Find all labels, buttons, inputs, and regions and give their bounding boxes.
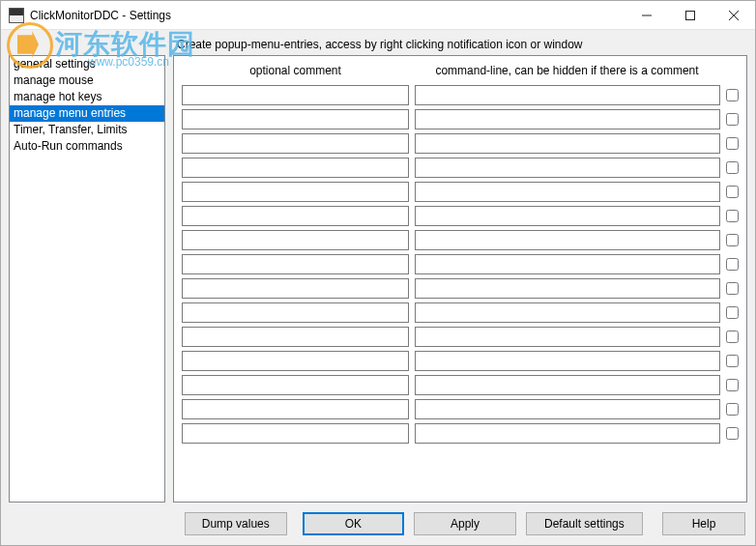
command-input[interactable] (415, 254, 720, 274)
command-input[interactable] (415, 423, 720, 444)
entry-row (182, 399, 739, 419)
comment-input[interactable] (182, 302, 409, 323)
sidebar-item-manage-menu-entries[interactable]: manage menu entries (10, 105, 164, 122)
default-settings-button[interactable]: Default settings (526, 512, 643, 535)
entry-checkbox[interactable] (726, 258, 739, 271)
entry-row (182, 278, 739, 299)
entry-row (182, 182, 739, 202)
command-input[interactable] (415, 85, 720, 105)
command-input[interactable] (415, 399, 720, 419)
help-button[interactable]: Help (662, 512, 745, 535)
comment-input[interactable] (182, 158, 409, 178)
header-command: command-line, can be hidden if there is … (415, 64, 719, 77)
entry-checkbox[interactable] (726, 282, 739, 295)
entry-checkbox[interactable] (726, 427, 739, 440)
close-button[interactable] (712, 1, 755, 29)
sidebar: general settingsmanage mousemanage hot k… (9, 55, 165, 503)
command-input[interactable] (415, 230, 720, 250)
entry-checkbox[interactable] (726, 186, 739, 198)
entry-checkbox[interactable] (726, 161, 739, 174)
command-input[interactable] (415, 182, 720, 202)
sidebar-item-general-settings[interactable]: general settings (10, 56, 164, 72)
entry-checkbox[interactable] (726, 234, 739, 246)
maximize-button[interactable] (668, 1, 712, 29)
comment-input[interactable] (182, 278, 409, 299)
entry-checkbox[interactable] (726, 89, 739, 101)
ok-button[interactable]: OK (303, 512, 405, 535)
button-bar: Dump values OK Apply Default settings He… (9, 503, 747, 537)
entry-row (182, 158, 739, 178)
entry-row (182, 133, 739, 154)
entries-list (182, 85, 739, 444)
comment-input[interactable] (182, 254, 409, 274)
command-input[interactable] (415, 206, 720, 226)
main-row: general settingsmanage mousemanage hot k… (9, 34, 747, 503)
window-title: ClickMonitorDDC - Settings (30, 9, 171, 22)
comment-input[interactable] (182, 85, 409, 105)
sidebar-item-manage-mouse[interactable]: manage mouse (10, 72, 164, 89)
command-input[interactable] (415, 351, 720, 371)
settings-window: ClickMonitorDDC - Settings general setti… (0, 0, 756, 546)
comment-input[interactable] (182, 423, 409, 444)
comment-input[interactable] (182, 230, 409, 250)
entry-checkbox[interactable] (726, 379, 739, 391)
entry-checkbox[interactable] (726, 210, 739, 222)
svg-rect-0 (685, 11, 694, 19)
entry-checkbox[interactable] (726, 113, 739, 126)
command-input[interactable] (415, 109, 720, 129)
command-input[interactable] (415, 375, 720, 395)
command-input[interactable] (415, 158, 720, 178)
entry-row (182, 254, 739, 274)
sidebar-item-timer-transfer-limits[interactable]: Timer, Transfer, Limits (10, 122, 164, 138)
entry-row (182, 230, 739, 250)
entry-checkbox[interactable] (726, 330, 739, 343)
command-input[interactable] (415, 327, 720, 347)
entries-panel: optional comment command-line, can be hi… (173, 55, 747, 503)
header-comment: optional comment (182, 64, 409, 77)
entry-row (182, 302, 739, 323)
comment-input[interactable] (182, 351, 409, 371)
entry-row (182, 351, 739, 371)
comment-input[interactable] (182, 375, 409, 395)
entry-checkbox[interactable] (726, 355, 739, 367)
entry-row (182, 109, 739, 129)
command-input[interactable] (415, 278, 720, 299)
entry-checkbox[interactable] (726, 403, 739, 416)
sidebar-item-auto-run-commands[interactable]: Auto-Run commands (10, 138, 164, 155)
comment-input[interactable] (182, 133, 409, 154)
command-input[interactable] (415, 133, 720, 154)
comment-input[interactable] (182, 206, 409, 226)
entry-row (182, 375, 739, 395)
dump-values-button[interactable]: Dump values (185, 512, 287, 535)
comment-input[interactable] (182, 399, 409, 419)
comment-input[interactable] (182, 182, 409, 202)
window-body: general settingsmanage mousemanage hot k… (1, 30, 755, 545)
comment-input[interactable] (182, 109, 409, 129)
entry-row (182, 327, 739, 347)
entry-checkbox[interactable] (726, 137, 739, 150)
command-input[interactable] (415, 302, 720, 323)
instruction-text: Create popup-menu-entries, access by rig… (173, 34, 747, 55)
entry-row (182, 423, 739, 444)
titlebar: ClickMonitorDDC - Settings (1, 1, 755, 30)
entry-checkbox[interactable] (726, 306, 739, 319)
column-headers: optional comment command-line, can be hi… (182, 64, 739, 77)
apply-button[interactable]: Apply (414, 512, 516, 535)
comment-input[interactable] (182, 327, 409, 347)
sidebar-item-manage-hot-keys[interactable]: manage hot keys (10, 89, 164, 105)
right-pane: Create popup-menu-entries, access by rig… (173, 34, 747, 503)
entry-row (182, 206, 739, 226)
minimize-button[interactable] (625, 1, 668, 29)
entry-row (182, 85, 739, 105)
app-icon (9, 8, 24, 23)
